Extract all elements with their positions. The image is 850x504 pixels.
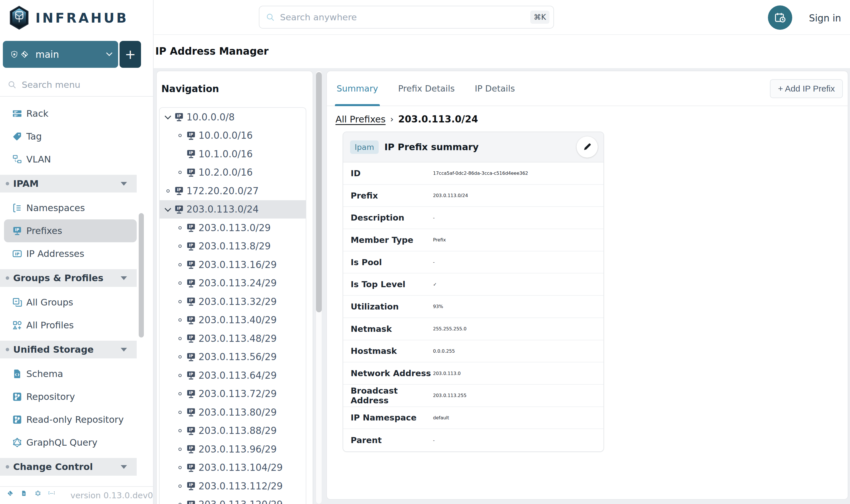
prefix-icon: IP — [186, 370, 196, 380]
tree-item-10-0-0-0-8[interactable]: IP10.0.0.0/8 — [160, 108, 306, 126]
tree-item-203-0-113-64-29[interactable]: IP203.0.113.64/29 — [160, 366, 306, 385]
sidebar-item-repository[interactable]: Repository — [0, 385, 137, 408]
sidebar-item-all-groups[interactable]: All Groups — [0, 291, 137, 314]
prefix-icon: IP — [174, 112, 184, 122]
tab-summary[interactable]: Summary — [337, 71, 378, 106]
sidebar-item-all-profiles[interactable]: All Profiles — [0, 314, 137, 337]
prefix-icon: IP — [186, 296, 196, 307]
leaf-dot-icon — [176, 390, 184, 398]
section-label: Groups & Profiles — [13, 273, 104, 284]
ip-prefix-summary-card: Ipam IP Prefix summary ID17cca5af-0dc2-8… — [343, 131, 604, 452]
row-label: Description — [351, 213, 433, 222]
sidebar-item-ip-addresses[interactable]: IPIP Addresses — [0, 242, 137, 265]
prefix-icon: IP — [186, 222, 196, 233]
tree-item-172-20-20-0-27[interactable]: IP172.20.20.0/27 — [160, 182, 306, 200]
sidebar-item-read-only-repository[interactable]: Read-only Repository — [0, 408, 137, 431]
row-label: Parent — [351, 435, 433, 445]
row-label: Member Type — [351, 235, 433, 245]
tree-item-10-0-0-0-16[interactable]: IP10.0.0.0/16 — [160, 126, 306, 145]
tree-item-label: 203.0.113.40/29 — [198, 314, 277, 325]
braces-icon[interactable]: {...} — [49, 490, 55, 501]
tree-item-203-0-113-16-29[interactable]: IP203.0.113.16/29 — [160, 255, 306, 274]
tree-item-label: 203.0.113.24/29 — [198, 277, 277, 289]
leaf-dot-icon — [176, 353, 184, 361]
tree-item-203-0-113-72-29[interactable]: IP203.0.113.72/29 — [160, 385, 306, 403]
docs-icon[interactable] — [21, 490, 27, 501]
row-label: Broadcast Address — [351, 386, 433, 405]
section-label: Unified Storage — [13, 344, 94, 355]
tree-item-203-0-113-104-29[interactable]: IP203.0.113.104/29 — [160, 458, 306, 477]
tab-ip-details[interactable]: IP Details — [475, 71, 515, 106]
svg-text:IP: IP — [189, 427, 193, 432]
tree-item-203-0-113-80-29[interactable]: IP203.0.113.80/29 — [160, 403, 306, 421]
summary-row-prefix: Prefix203.0.113.0/24 — [343, 185, 603, 207]
tree-item-label: 203.0.113.72/29 — [198, 388, 277, 399]
row-value: 255.255.255.0 — [433, 326, 467, 331]
sidebar-item-rack[interactable]: Rack — [0, 102, 137, 125]
tree-item-203-0-113-120-29[interactable]: IP203.0.113.120/29 — [160, 496, 306, 504]
tree-item-203-0-113-88-29[interactable]: IP203.0.113.88/29 — [160, 421, 306, 440]
chevron-down-icon[interactable] — [164, 206, 171, 213]
tree-item-label: 203.0.113.104/29 — [198, 462, 283, 473]
tree-item-203-0-113-8-29[interactable]: IP203.0.113.8/29 — [160, 237, 306, 256]
branch-dropdown[interactable]: main — [3, 41, 118, 68]
tree-item-203-0-113-24-29[interactable]: IP203.0.113.24/29 — [160, 274, 306, 293]
sidebar-item-vlan[interactable]: VLAN — [0, 148, 137, 171]
sidebar-search-input[interactable]: Search menu — [0, 73, 153, 97]
sidebar-item-graphql-query[interactable]: GraphQL Query — [0, 431, 137, 454]
sidebar-item-label: All Profiles — [26, 320, 74, 331]
content-scrollbar[interactable] — [316, 71, 322, 504]
tree-item-203-0-113-0-24[interactable]: IP203.0.113.0/24 — [160, 200, 306, 219]
tree-item-10-2-0-0-16[interactable]: IP10.2.0.0/16 — [160, 163, 306, 182]
tree-item-203-0-113-40-29[interactable]: IP203.0.113.40/29 — [160, 311, 306, 329]
sidebar-item-label: Rack — [26, 108, 48, 119]
tree-item-203-0-113-32-29[interactable]: IP203.0.113.32/29 — [160, 292, 306, 311]
sidebar-item-prefixes[interactable]: IPPrefixes — [4, 219, 137, 242]
global-search-input[interactable]: Search anywhere ⌘K — [259, 6, 554, 29]
tree-item-203-0-113-48-29[interactable]: IP203.0.113.48/29 — [160, 329, 306, 348]
row-label: Prefix — [351, 191, 433, 200]
chevron-right-icon[interactable] — [176, 150, 184, 158]
sidebar-scrollbar[interactable] — [139, 213, 144, 338]
leaf-dot-icon — [176, 224, 184, 231]
sidebar-section-unified-storage[interactable]: Unified Storage — [0, 341, 137, 358]
tab-prefix-details[interactable]: Prefix Details — [398, 71, 455, 106]
search-icon — [7, 80, 17, 89]
svg-text:IP: IP — [189, 169, 193, 174]
tree-item-203-0-113-112-29[interactable]: IP203.0.113.112/29 — [160, 477, 306, 496]
section-bullet-icon — [6, 348, 9, 351]
tree-item-10-1-0-0-16[interactable]: IP10.1.0.0/16 — [160, 145, 306, 163]
breadcrumb-all-prefixes-link[interactable]: All Prefixes — [336, 114, 385, 125]
sidebar-item-tag[interactable]: Tag — [0, 125, 137, 148]
tree-item-label: 172.20.20.0/27 — [186, 185, 259, 197]
sidebar-section-ipam[interactable]: IPAM — [0, 175, 137, 193]
sidebar-section-change-control[interactable]: Change Control — [0, 458, 137, 476]
tree-item-label: 203.0.113.120/29 — [198, 499, 283, 504]
add-branch-button[interactable]: + — [120, 41, 141, 68]
tree-item-203-0-113-0-29[interactable]: IP203.0.113.0/29 — [160, 218, 306, 237]
add-ip-prefix-button[interactable]: + Add IP Prefix — [770, 79, 843, 98]
prefix-icon: IP — [186, 315, 196, 325]
vlan-icon — [12, 154, 22, 164]
prefix-icon: IP — [186, 444, 196, 454]
svg-text:IP: IP — [189, 317, 193, 321]
section-label: Change Control — [13, 462, 93, 472]
sign-in-button[interactable]: Sign in — [809, 13, 841, 24]
leaf-dot-icon — [176, 261, 184, 268]
chevron-down-icon[interactable] — [164, 113, 171, 121]
sidebar-section-groups-profiles[interactable]: Groups & Profiles — [0, 269, 137, 287]
git-icon[interactable] — [7, 490, 13, 501]
schedule-button[interactable] — [768, 5, 792, 30]
ip-namespace-link[interactable]: default — [433, 415, 449, 420]
tree-item-203-0-113-56-29[interactable]: IP203.0.113.56/29 — [160, 348, 306, 366]
sidebar-item-namespaces[interactable]: Namespaces — [0, 197, 137, 219]
tree-item-203-0-113-96-29[interactable]: IP203.0.113.96/29 — [160, 440, 306, 458]
graphql-hex-icon[interactable] — [35, 490, 41, 501]
svg-text:IP: IP — [189, 243, 193, 248]
content-scrollbar-thumb[interactable] — [316, 72, 322, 312]
brand-logo[interactable]: INFRAHUB — [0, 0, 153, 32]
sidebar-item-schema[interactable]: Schema — [0, 362, 137, 385]
leaf-dot-icon — [176, 169, 184, 176]
svg-text:IP: IP — [189, 464, 193, 469]
edit-button[interactable] — [577, 137, 598, 158]
